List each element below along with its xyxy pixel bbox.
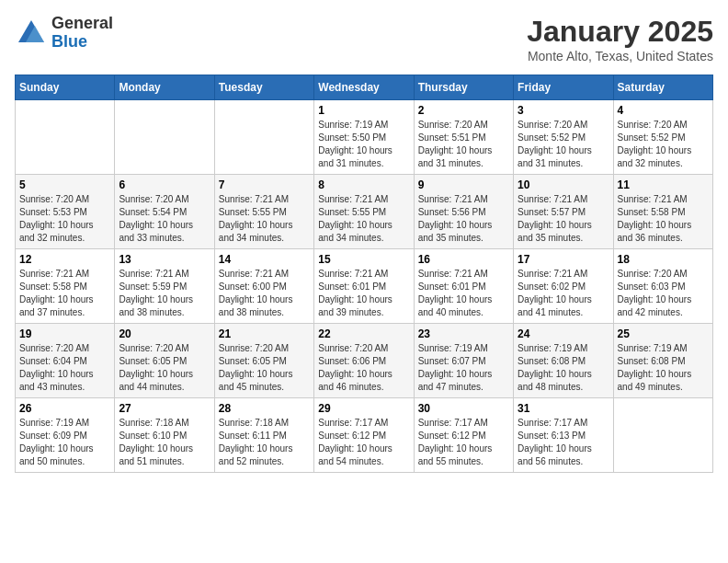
day-detail: Sunrise: 7:20 AM Sunset: 6:05 PM Dayligh… [119, 342, 210, 394]
day-number: 16 [418, 253, 509, 266]
day-cell: 10Sunrise: 7:21 AM Sunset: 5:57 PM Dayli… [514, 175, 613, 249]
day-number: 23 [418, 327, 509, 340]
day-number: 29 [318, 402, 409, 415]
day-cell [613, 398, 712, 473]
day-detail: Sunrise: 7:21 AM Sunset: 6:02 PM Dayligh… [518, 268, 609, 319]
weekday-header-row: SundayMondayTuesdayWednesdayThursdayFrid… [16, 75, 713, 100]
logo-blue-text: Blue [51, 32, 87, 51]
day-number: 10 [518, 178, 609, 191]
day-cell: 8Sunrise: 7:21 AM Sunset: 5:55 PM Daylig… [314, 175, 414, 249]
day-detail: Sunrise: 7:20 AM Sunset: 6:04 PM Dayligh… [19, 342, 110, 394]
day-detail: Sunrise: 7:21 AM Sunset: 5:56 PM Dayligh… [418, 193, 509, 245]
day-cell: 18Sunrise: 7:20 AM Sunset: 6:03 PM Dayli… [613, 249, 712, 324]
day-detail: Sunrise: 7:21 AM Sunset: 5:55 PM Dayligh… [318, 193, 409, 245]
day-cell: 28Sunrise: 7:18 AM Sunset: 6:11 PM Dayli… [214, 398, 313, 473]
calendar-title: January 2025 [527, 15, 713, 49]
calendar-table: SundayMondayTuesdayWednesdayThursdayFrid… [15, 75, 713, 473]
week-row-1: 1Sunrise: 7:19 AM Sunset: 5:50 PM Daylig… [16, 100, 713, 175]
day-number: 25 [618, 327, 709, 340]
day-number: 6 [119, 178, 210, 191]
day-detail: Sunrise: 7:21 AM Sunset: 5:59 PM Dayligh… [119, 268, 210, 319]
day-number: 1 [318, 104, 409, 117]
weekday-header-sunday: Sunday [16, 75, 115, 100]
day-cell: 1Sunrise: 7:19 AM Sunset: 5:50 PM Daylig… [314, 100, 414, 175]
day-detail: Sunrise: 7:21 AM Sunset: 6:01 PM Dayligh… [318, 268, 409, 319]
day-cell: 26Sunrise: 7:19 AM Sunset: 6:09 PM Dayli… [16, 398, 115, 473]
day-cell: 19Sunrise: 7:20 AM Sunset: 6:04 PM Dayli… [16, 324, 115, 398]
day-number: 19 [19, 327, 110, 340]
day-cell: 15Sunrise: 7:21 AM Sunset: 6:01 PM Dayli… [314, 249, 414, 324]
week-row-5: 26Sunrise: 7:19 AM Sunset: 6:09 PM Dayli… [16, 398, 713, 473]
day-number: 28 [219, 402, 310, 415]
day-cell: 14Sunrise: 7:21 AM Sunset: 6:00 PM Dayli… [214, 249, 313, 324]
day-cell: 11Sunrise: 7:21 AM Sunset: 5:58 PM Dayli… [613, 175, 712, 249]
day-cell: 3Sunrise: 7:20 AM Sunset: 5:52 PM Daylig… [514, 100, 613, 175]
day-cell [115, 100, 214, 175]
day-cell: 13Sunrise: 7:21 AM Sunset: 5:59 PM Dayli… [115, 249, 214, 324]
day-detail: Sunrise: 7:20 AM Sunset: 6:05 PM Dayligh… [219, 342, 310, 394]
day-cell: 21Sunrise: 7:20 AM Sunset: 6:05 PM Dayli… [214, 324, 313, 398]
weekday-header-friday: Friday [514, 75, 613, 100]
day-number: 3 [518, 104, 609, 117]
day-cell: 16Sunrise: 7:21 AM Sunset: 6:01 PM Dayli… [414, 249, 513, 324]
day-cell: 12Sunrise: 7:21 AM Sunset: 5:58 PM Dayli… [16, 249, 115, 324]
day-number: 5 [19, 178, 110, 191]
day-cell: 23Sunrise: 7:19 AM Sunset: 6:07 PM Dayli… [414, 324, 513, 398]
week-row-2: 5Sunrise: 7:20 AM Sunset: 5:53 PM Daylig… [16, 175, 713, 249]
day-cell: 25Sunrise: 7:19 AM Sunset: 6:08 PM Dayli… [613, 324, 712, 398]
day-detail: Sunrise: 7:17 AM Sunset: 6:12 PM Dayligh… [418, 417, 509, 468]
logo-icon [15, 17, 48, 50]
weekday-header-saturday: Saturday [613, 75, 712, 100]
day-detail: Sunrise: 7:19 AM Sunset: 6:07 PM Dayligh… [418, 342, 509, 394]
day-detail: Sunrise: 7:20 AM Sunset: 6:06 PM Dayligh… [318, 342, 409, 394]
weekday-header-tuesday: Tuesday [214, 75, 313, 100]
week-row-4: 19Sunrise: 7:20 AM Sunset: 6:04 PM Dayli… [16, 324, 713, 398]
weekday-header-wednesday: Wednesday [314, 75, 414, 100]
day-cell: 24Sunrise: 7:19 AM Sunset: 6:08 PM Dayli… [514, 324, 613, 398]
day-number: 31 [518, 402, 609, 415]
day-cell: 22Sunrise: 7:20 AM Sunset: 6:06 PM Dayli… [314, 324, 414, 398]
day-number: 7 [219, 178, 310, 191]
day-number: 26 [19, 402, 110, 415]
day-cell: 17Sunrise: 7:21 AM Sunset: 6:02 PM Dayli… [514, 249, 613, 324]
day-number: 15 [318, 253, 409, 266]
day-cell: 4Sunrise: 7:20 AM Sunset: 5:52 PM Daylig… [613, 100, 712, 175]
day-number: 8 [318, 178, 409, 191]
page-header: General Blue January 2025 Monte Alto, Te… [15, 15, 713, 63]
day-cell: 29Sunrise: 7:17 AM Sunset: 6:12 PM Dayli… [314, 398, 414, 473]
calendar-subtitle: Monte Alto, Texas, United States [527, 49, 713, 63]
day-number: 12 [19, 253, 110, 266]
day-cell: 7Sunrise: 7:21 AM Sunset: 5:55 PM Daylig… [214, 175, 313, 249]
day-cell: 27Sunrise: 7:18 AM Sunset: 6:10 PM Dayli… [115, 398, 214, 473]
day-detail: Sunrise: 7:20 AM Sunset: 5:52 PM Dayligh… [618, 119, 709, 170]
day-number: 27 [119, 402, 210, 415]
day-detail: Sunrise: 7:20 AM Sunset: 5:51 PM Dayligh… [418, 119, 509, 170]
day-detail: Sunrise: 7:21 AM Sunset: 5:57 PM Dayligh… [518, 193, 609, 245]
day-detail: Sunrise: 7:19 AM Sunset: 5:50 PM Dayligh… [318, 119, 409, 170]
logo: General Blue [15, 15, 113, 52]
weekday-header-monday: Monday [115, 75, 214, 100]
day-number: 21 [219, 327, 310, 340]
day-number: 14 [219, 253, 310, 266]
day-detail: Sunrise: 7:21 AM Sunset: 5:58 PM Dayligh… [618, 193, 709, 245]
day-cell: 6Sunrise: 7:20 AM Sunset: 5:54 PM Daylig… [115, 175, 214, 249]
day-detail: Sunrise: 7:17 AM Sunset: 6:13 PM Dayligh… [518, 417, 609, 468]
day-cell: 2Sunrise: 7:20 AM Sunset: 5:51 PM Daylig… [414, 100, 513, 175]
day-number: 20 [119, 327, 210, 340]
day-cell: 5Sunrise: 7:20 AM Sunset: 5:53 PM Daylig… [16, 175, 115, 249]
week-row-3: 12Sunrise: 7:21 AM Sunset: 5:58 PM Dayli… [16, 249, 713, 324]
day-number: 22 [318, 327, 409, 340]
logo-general-text: General [51, 14, 113, 32]
day-detail: Sunrise: 7:17 AM Sunset: 6:12 PM Dayligh… [318, 417, 409, 468]
day-number: 24 [518, 327, 609, 340]
day-number: 18 [618, 253, 709, 266]
day-cell [214, 100, 313, 175]
day-detail: Sunrise: 7:19 AM Sunset: 6:08 PM Dayligh… [618, 342, 709, 394]
day-number: 2 [418, 104, 509, 117]
day-detail: Sunrise: 7:20 AM Sunset: 5:53 PM Dayligh… [19, 193, 110, 245]
title-block: January 2025 Monte Alto, Texas, United S… [527, 15, 713, 63]
day-detail: Sunrise: 7:19 AM Sunset: 6:08 PM Dayligh… [518, 342, 609, 394]
day-number: 13 [119, 253, 210, 266]
day-cell: 30Sunrise: 7:17 AM Sunset: 6:12 PM Dayli… [414, 398, 513, 473]
day-number: 4 [618, 104, 709, 117]
